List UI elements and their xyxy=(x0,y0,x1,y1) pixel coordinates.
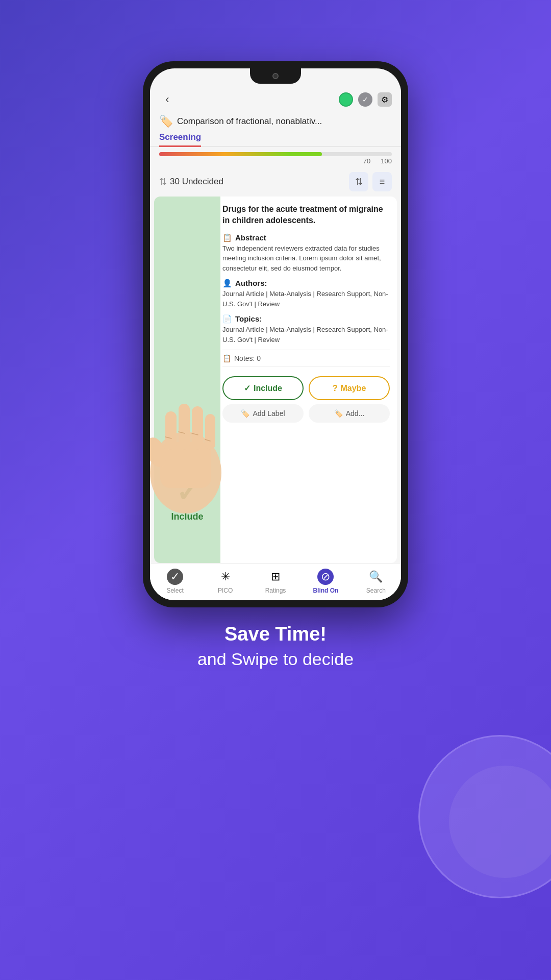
undecided-count: 30 Undecided xyxy=(170,177,223,187)
progress-bar-fill xyxy=(159,152,322,156)
undecided-label: ⇅ 30 Undecided xyxy=(159,176,223,187)
abstract-icon: 📋 xyxy=(222,233,232,242)
topics-icon: 📄 xyxy=(222,314,232,324)
include-btn-label: Include xyxy=(254,384,282,393)
svg-rect-5 xyxy=(205,414,215,450)
authors-icon: 👤 xyxy=(222,279,232,288)
tab-screening[interactable]: Screening xyxy=(159,132,201,147)
swipe-subtitle: and Swipe to decide xyxy=(197,649,354,669)
settings-icon[interactable]: ⚙ xyxy=(378,92,392,107)
nav-item-select[interactable]: ✓ Select xyxy=(150,569,200,594)
abstract-text: Two independent reviewers extracted data… xyxy=(222,243,390,274)
sort-bar: ⇅ 30 Undecided ⇅ ≡ xyxy=(150,167,401,197)
add-label-icon: 🏷️ xyxy=(241,409,249,418)
save-time-heading: Save Time! xyxy=(197,623,354,646)
header-icons: ✓ ⚙ xyxy=(339,92,392,107)
add-label-row: 🏷️ Add Label 🏷️ Add... xyxy=(222,404,390,428)
include-btn-icon: ✓ xyxy=(244,383,251,393)
maybe-btn-icon: ? xyxy=(333,384,338,393)
filter-button[interactable]: ≡ xyxy=(372,172,392,191)
notes-icon: 📋 xyxy=(222,354,231,362)
abstract-label: Abstract xyxy=(235,233,266,242)
authors-text: Journal Article | Meta-Analysis | Resear… xyxy=(222,289,390,309)
search-nav-label: Search xyxy=(366,587,386,594)
nav-item-blind[interactable]: ⊘ Blind On xyxy=(300,569,350,594)
svg-rect-2 xyxy=(165,411,177,450)
search-nav-icon: 🔍 xyxy=(368,569,384,585)
select-nav-label: Select xyxy=(167,587,184,594)
progress-labels: 70 100 xyxy=(159,157,392,165)
ratings-nav-label: Ratings xyxy=(265,587,286,594)
back-button[interactable]: ‹ xyxy=(159,91,176,108)
pico-nav-label: PICO xyxy=(218,587,233,594)
article-title-row: 🏷️ Comparison of fractional, nonablativ.… xyxy=(150,112,401,132)
app-content: ‹ ✓ ⚙ 🏷️ Comparison of fractional, nonab… xyxy=(150,68,401,600)
notes-row: 📋 Notes: 0 xyxy=(222,350,390,367)
screening-tab-row: Screening xyxy=(150,132,401,147)
camera-dot xyxy=(272,73,279,79)
hand-overlay xyxy=(150,371,237,513)
article-title: Comparison of fractional, nonablativ... xyxy=(177,116,322,127)
progress-label-100: 100 xyxy=(381,157,392,165)
blind-nav-label: Blind On xyxy=(313,587,338,594)
topics-section: 📄 Topics: Journal Article | Meta-Analysi… xyxy=(222,314,390,345)
add-label-button-2[interactable]: 🏷️ Add... xyxy=(309,404,390,423)
sort-icons: ⇅ ≡ xyxy=(349,172,392,191)
authors-section: 👤 Authors: Journal Article | Meta-Analys… xyxy=(222,278,390,309)
blind-nav-icon: ⊘ xyxy=(317,569,334,585)
ratings-nav-icon: ⊞ xyxy=(267,569,284,585)
sort-button[interactable]: ⇅ xyxy=(349,172,368,191)
nav-item-pico[interactable]: ✳ PICO xyxy=(200,569,250,594)
phone-frame: ‹ ✓ ⚙ 🏷️ Comparison of fractional, nonab… xyxy=(143,61,408,607)
select-nav-icon: ✓ xyxy=(167,569,183,585)
phone-notch xyxy=(250,68,301,84)
notes-label: Notes: 0 xyxy=(234,354,261,362)
add-label-text-2: Add... xyxy=(346,409,365,418)
topics-label: Topics: xyxy=(235,314,262,323)
phone-screen: ‹ ✓ ⚙ 🏷️ Comparison of fractional, nonab… xyxy=(150,68,401,600)
action-buttons: ✓ Include ? Maybe xyxy=(222,371,390,404)
authors-label: Authors: xyxy=(235,279,267,287)
header-bar: ‹ ✓ ⚙ xyxy=(150,86,401,112)
verified-icon: ✓ xyxy=(358,92,372,107)
nav-item-ratings[interactable]: ⊞ Ratings xyxy=(251,569,300,594)
svg-rect-4 xyxy=(192,406,203,450)
add-label-icon-2: 🏷️ xyxy=(334,409,343,418)
svg-rect-3 xyxy=(179,404,190,450)
nav-item-search[interactable]: 🔍 Search xyxy=(351,569,401,594)
progress-label-70: 70 xyxy=(363,157,370,165)
abstract-section: 📋 Abstract Two independent reviewers ext… xyxy=(222,233,390,274)
bottom-nav: ✓ Select ✳ PICO ⊞ Ratings ⊘ Blind On 🔍 xyxy=(150,563,401,600)
progress-bar-bg xyxy=(159,152,392,156)
maybe-button[interactable]: ? Maybe xyxy=(309,376,390,400)
pico-nav-icon: ✳ xyxy=(217,569,234,585)
maybe-btn-label: Maybe xyxy=(340,384,366,393)
bottom-text: Save Time! and Swipe to decide xyxy=(197,623,354,669)
card-article-title: Drugs for the acute treatment of migrain… xyxy=(222,204,390,227)
topics-text: Journal Article | Meta-Analysis | Resear… xyxy=(222,325,390,345)
status-dot xyxy=(339,92,353,107)
bookmark-icon: 🏷️ xyxy=(159,115,173,128)
progress-section: 70 100 xyxy=(150,147,401,167)
card-content: Drugs for the acute treatment of migrain… xyxy=(215,197,397,563)
add-label-text: Add Label xyxy=(253,409,285,418)
